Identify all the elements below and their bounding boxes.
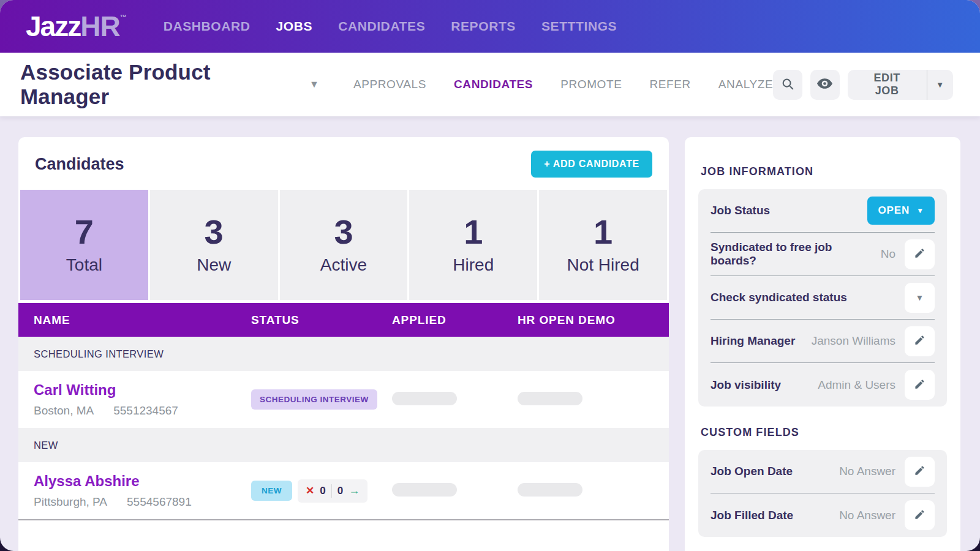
section-new: NEW — [18, 428, 669, 462]
pencil-icon — [914, 247, 925, 261]
edit-job-visibility-button[interactable] — [905, 370, 935, 400]
candidate-name-link[interactable]: Carl Witting — [34, 381, 116, 399]
section-scheduling-interview: SCHEDULING INTERVIEW — [18, 337, 669, 371]
pencil-icon — [914, 465, 925, 478]
logo-text-jazz: Jazz — [26, 10, 80, 43]
job-information-panel: Job Status OPEN ▼ Syndicated to free job… — [698, 189, 947, 407]
status-badge[interactable]: SCHEDULING INTERVIEW — [251, 389, 377, 410]
candidate-row-carl-witting: Carl Witting Boston, MA 5551234567 SCHED… — [18, 371, 669, 428]
pencil-icon — [914, 334, 925, 348]
page-title: Associate Product Manager — [20, 60, 299, 109]
job-status-value: OPEN — [878, 204, 910, 217]
nav-item-jobs[interactable]: JOBS — [276, 19, 313, 34]
pencil-icon — [914, 378, 925, 392]
reject-advance-control[interactable]: ✕ 0 0 → — [298, 479, 368, 503]
stat-tile-hired[interactable]: 1 Hired — [409, 190, 537, 300]
job-visibility-label: Job visibility — [710, 378, 781, 392]
job-details-sidebar: JOB INFORMATION Job Status OPEN ▼ Syndic… — [685, 137, 960, 551]
column-header-name: NAME — [18, 313, 251, 327]
stat-label: Hired — [453, 255, 494, 275]
hiring-manager-value: Janson Williams — [812, 334, 895, 348]
status-badge[interactable]: NEW — [251, 481, 292, 501]
nav-item-candidates[interactable]: CANDIDATES — [338, 19, 425, 34]
stat-tile-active[interactable]: 3 Active — [280, 190, 408, 300]
tab-promote[interactable]: PROMOTE — [560, 78, 622, 91]
job-visibility-value: Admin & Users — [818, 378, 895, 392]
nav-item-dashboard[interactable]: DASHBOARD — [164, 19, 251, 34]
edit-job-button-group: EDIT JOB ▼ — [848, 70, 953, 100]
stat-label: Not Hired — [567, 255, 639, 275]
stat-label: Total — [66, 255, 102, 275]
syndicated-row: Syndicated to free job boards? No — [710, 233, 935, 276]
trademark-symbol: ™ — [120, 13, 127, 21]
stat-value: 3 — [334, 215, 353, 249]
stat-value: 1 — [464, 215, 483, 249]
candidates-panel-header: Candidates + ADD CANDIDATE — [18, 137, 669, 190]
tab-analyze[interactable]: ANALYZE — [718, 78, 773, 91]
applied-placeholder — [392, 392, 457, 405]
preview-job-button[interactable] — [810, 70, 840, 100]
stat-tile-new[interactable]: 3 New — [150, 190, 278, 300]
stat-label: New — [197, 255, 231, 275]
hiring-manager-label: Hiring Manager — [710, 334, 795, 348]
pencil-icon — [914, 509, 925, 522]
job-status-dropdown[interactable]: OPEN ▼ — [867, 197, 935, 225]
demo-placeholder — [518, 483, 582, 497]
syndicated-value: No — [881, 247, 895, 261]
candidate-location: Boston, MA — [34, 404, 94, 418]
stat-label: Active — [320, 255, 367, 275]
job-visibility-row: Job visibility Admin & Users — [710, 363, 935, 407]
candidate-status-cell: NEW ✕ 0 0 → — [251, 479, 392, 503]
candidate-name-cell: Alyssa Abshire Pittsburgh, PA 5554567891 — [18, 473, 251, 509]
job-open-date-value: No Answer — [839, 465, 895, 478]
jazzhr-logo[interactable]: JazzHR™ — [26, 10, 127, 43]
add-candidate-button[interactable]: + ADD CANDIDATE — [531, 151, 652, 178]
custom-fields-panel: Job Open Date No Answer Job Filled Date … — [698, 450, 947, 537]
candidate-row-alyssa-abshire: Alyssa Abshire Pittsburgh, PA 5554567891… — [18, 462, 669, 519]
job-header: Associate Product Manager ▼ APPROVALS CA… — [0, 53, 980, 116]
tab-candidates[interactable]: CANDIDATES — [454, 78, 533, 91]
job-title-dropdown-caret-icon[interactable]: ▼ — [309, 79, 319, 90]
applied-placeholder — [392, 483, 457, 497]
candidate-name-cell: Carl Witting Boston, MA 5551234567 — [18, 381, 251, 418]
edit-job-open-date-button[interactable] — [905, 457, 935, 487]
search-button[interactable] — [773, 70, 802, 100]
stat-tile-total[interactable]: 7 Total — [20, 190, 148, 300]
tab-approvals[interactable]: APPROVALS — [353, 78, 426, 91]
candidate-phone: 5554567891 — [127, 495, 192, 509]
candidate-demo-cell — [518, 483, 669, 499]
search-icon — [781, 77, 794, 92]
tab-refer[interactable]: REFER — [649, 78, 690, 91]
job-status-label: Job Status — [710, 204, 770, 217]
check-syndicated-dropdown[interactable]: ▼ — [905, 283, 935, 313]
custom-fields-heading: CUSTOM FIELDS — [701, 426, 947, 439]
demo-placeholder — [518, 392, 582, 405]
job-open-date-row: Job Open Date No Answer — [710, 450, 935, 493]
advance-arrow-icon[interactable]: → — [349, 484, 360, 497]
job-filled-date-row: Job Filled Date No Answer — [710, 493, 935, 537]
nav-item-settings[interactable]: SETTTINGS — [541, 19, 617, 34]
candidate-name-link[interactable]: Alyssa Abshire — [34, 473, 140, 490]
score-divider — [331, 484, 332, 498]
column-header-hr-open-demo: HR OPEN DEMO — [518, 313, 669, 327]
advance-count: 0 — [337, 485, 343, 497]
candidate-stats-tiles: 7 Total 3 New 3 Active 1 Hired 1 Not H — [18, 190, 669, 300]
stat-tile-not-hired[interactable]: 1 Not Hired — [539, 190, 667, 300]
header-actions: EDIT JOB ▼ — [773, 70, 953, 100]
nav-item-reports[interactable]: REPORTS — [451, 19, 516, 34]
candidate-applied-cell — [392, 483, 518, 499]
hiring-manager-row: Hiring Manager Janson Williams — [710, 320, 935, 363]
check-syndicated-row: Check syndicated status ▼ — [710, 276, 935, 320]
candidates-panel: Candidates + ADD CANDIDATE 7 Total 3 New… — [18, 137, 669, 551]
candidate-subinfo: Pittsburgh, PA 5554567891 — [34, 495, 251, 509]
job-filled-date-label: Job Filled Date — [710, 509, 793, 522]
eye-icon — [817, 78, 832, 91]
chevron-down-icon: ▼ — [916, 206, 924, 215]
edit-job-filled-date-button[interactable] — [905, 500, 935, 530]
edit-job-dropdown-caret-icon[interactable]: ▼ — [927, 70, 954, 100]
reject-x-icon[interactable]: ✕ — [306, 484, 314, 497]
edit-hiring-manager-button[interactable] — [905, 326, 935, 356]
app-window: JazzHR™ DASHBOARD JOBS CANDIDATES REPORT… — [0, 0, 980, 551]
edit-syndicated-button[interactable] — [905, 239, 935, 269]
edit-job-button[interactable]: EDIT JOB — [848, 70, 927, 100]
